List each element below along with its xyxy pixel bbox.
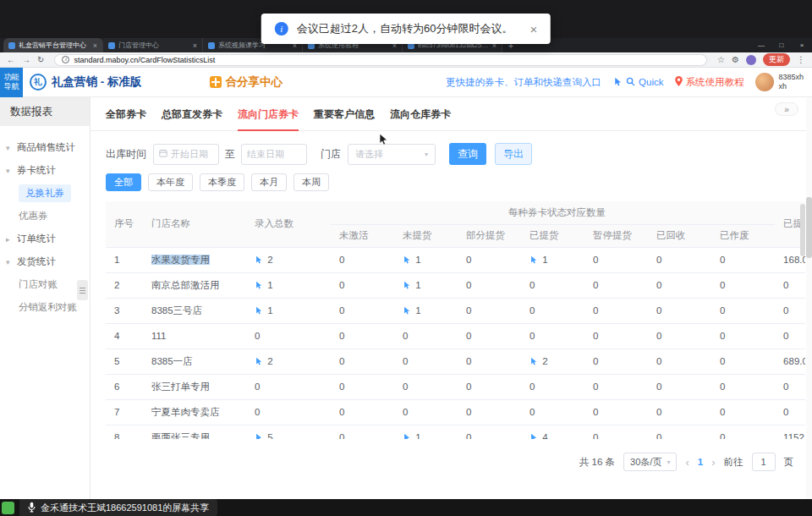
tutorial-link[interactable]: 系统使用教程 xyxy=(675,76,743,89)
end-date-input[interactable] xyxy=(241,144,307,165)
tab-close-icon[interactable]: × xyxy=(193,41,197,50)
cell-status-count: 0 xyxy=(331,247,394,272)
prev-page-button[interactable]: ‹ xyxy=(685,456,689,469)
page-size-select[interactable]: 30条/页 ▾ xyxy=(623,453,677,471)
status-column-header: 已作废 xyxy=(711,224,775,247)
sidebar: 数据报表 ▾商品销售统计▾券卡统计兑换礼券优惠券▸订单统计▾发货统计门店对账分销… xyxy=(0,97,91,499)
cell-status-count: 0 xyxy=(458,298,521,323)
cell-status-count: 0 xyxy=(584,374,648,399)
cell-status-count[interactable]: 1 xyxy=(394,425,458,439)
cell-status-count: 0 xyxy=(711,247,775,272)
sidebar-item[interactable]: ▸订单统计 xyxy=(0,228,90,250)
cell-status-count: 0 xyxy=(331,323,394,349)
cell-status-count: 0 xyxy=(394,323,458,349)
extensions-icon[interactable]: ⚙ xyxy=(732,56,739,64)
back-icon[interactable]: ← xyxy=(7,56,15,64)
content-tab[interactable]: 总部直发券卡 xyxy=(162,107,222,130)
cell-total-count[interactable]: 2 xyxy=(246,247,331,272)
cell-total-count[interactable]: 5 xyxy=(246,425,331,439)
minimize-button[interactable]: — xyxy=(751,38,771,52)
sidebar-item[interactable]: ▾券卡统计 xyxy=(0,159,90,182)
close-button[interactable]: × xyxy=(792,38,812,52)
export-button[interactable]: 导出 xyxy=(495,143,532,165)
quick-range-chip[interactable]: 本季度 xyxy=(200,173,244,191)
tutorial-label: 系统使用教程 xyxy=(685,76,743,89)
page-size-value: 30条/页 xyxy=(630,456,661,469)
cell-status-count: 0 xyxy=(648,374,711,399)
cell-store-name: 111 xyxy=(143,323,246,349)
cell-status-count: 0 xyxy=(458,323,521,349)
cell-status-count[interactable]: 4 xyxy=(521,425,584,439)
cell-status-count[interactable]: 2 xyxy=(521,349,584,374)
cell-status-count[interactable]: 1 xyxy=(394,247,458,272)
goto-page-input[interactable]: 1 xyxy=(752,453,776,471)
cell-status-count: 0 xyxy=(584,425,648,439)
cell-status-count[interactable]: 1 xyxy=(394,298,458,323)
browser-tab[interactable]: 礼盒营销平台管理中心× xyxy=(3,38,103,52)
avatar xyxy=(755,73,774,91)
page-scrollbar-thumb[interactable] xyxy=(806,197,812,258)
forward-icon[interactable]: → xyxy=(22,56,30,64)
update-button[interactable]: 更新 xyxy=(763,53,790,66)
quick-range-chip[interactable]: 本月 xyxy=(251,173,287,191)
quick-range-chip[interactable]: 本年度 xyxy=(148,173,193,191)
sidebar-item[interactable]: 分销返利对账 xyxy=(0,296,90,319)
url-field[interactable]: i standard.maboy.cn/CardFlowStatisticsLi… xyxy=(54,54,707,66)
browser-profile-avatar[interactable] xyxy=(746,55,756,65)
sidebar-item[interactable]: 优惠券 xyxy=(0,205,90,228)
menu-dots-icon[interactable]: ⋮ xyxy=(797,56,805,64)
toast-close-icon[interactable]: × xyxy=(529,22,537,36)
quick-range-chip[interactable]: 全部 xyxy=(106,173,141,191)
column-group-header: 每种券卡状态对应数量 xyxy=(331,201,775,224)
goto-label: 前往 xyxy=(724,456,743,469)
user-menu[interactable]: 8385xh xh xyxy=(755,73,804,92)
function-nav-button[interactable]: 功能 导航 xyxy=(0,68,23,97)
cell-total-count[interactable]: 1 xyxy=(246,298,331,323)
quick-search-link[interactable]: Quick xyxy=(613,77,663,88)
cell-status-count: 0 xyxy=(648,399,711,425)
search-button[interactable]: 查询 xyxy=(449,143,486,165)
quick-range-chip[interactable]: 本周 xyxy=(294,173,329,191)
sidebar-collapse-handle[interactable] xyxy=(77,280,88,300)
content-tab[interactable]: 流向门店券卡 xyxy=(238,107,299,130)
cell-status-count: 0 xyxy=(584,349,648,374)
content-tab[interactable]: 全部券卡 xyxy=(106,107,146,130)
page-scrollbar[interactable] xyxy=(806,97,812,499)
sidebar-item[interactable]: ▾商品销售统计 xyxy=(0,136,90,159)
toast-message: 会议已超过2人，自动转为60分钟限时会议。 xyxy=(297,21,513,36)
cell-status-count[interactable]: 1 xyxy=(521,247,584,272)
cell-total-count[interactable]: 1 xyxy=(246,272,331,298)
maximize-button[interactable]: □ xyxy=(771,38,792,52)
cell-status-count: 0 xyxy=(331,425,394,439)
page-number[interactable]: 1 xyxy=(698,457,703,467)
tab-close-icon[interactable]: × xyxy=(93,41,97,50)
header-right-cluster: 更快捷的券卡、订单和快递查询入口 Quick 系统使用教程 8385xh xh xyxy=(446,73,812,92)
sidebar-item-label: 券卡统计 xyxy=(17,164,56,177)
browser-tab[interactable]: 门店管理中心× xyxy=(103,38,203,52)
meeting-toast: i 会议已超过2人，自动转为60分钟限时会议。 × xyxy=(261,14,551,44)
start-date-field[interactable] xyxy=(171,149,213,159)
start-date-input[interactable] xyxy=(153,144,219,165)
gift-icon xyxy=(210,76,222,88)
reload-icon[interactable]: ↻ xyxy=(37,56,44,64)
end-date-field[interactable] xyxy=(247,149,301,159)
cell-status-count[interactable]: 1 xyxy=(394,272,458,298)
content-tab[interactable]: 流向仓库券卡 xyxy=(390,107,451,130)
promo-link[interactable]: 更快捷的券卡、订单和快递查询入口 xyxy=(446,76,601,89)
quick-label: Quick xyxy=(639,77,663,87)
bookmark-star-icon[interactable]: ☆ xyxy=(717,56,725,64)
sidebar-item[interactable]: ▾发货统计 xyxy=(0,250,90,273)
store-select[interactable]: 请选择 ▾ xyxy=(348,144,436,165)
share-center-link[interactable]: 合分享中心 xyxy=(210,74,283,90)
next-page-button[interactable]: › xyxy=(711,456,715,469)
chevron-down-icon: ▾ xyxy=(6,144,10,152)
panel-collapse-button[interactable]: » xyxy=(775,102,798,116)
cell-status-count: 0 xyxy=(458,349,521,374)
microphone-icon xyxy=(28,502,36,514)
content-tab[interactable]: 重要客户信息 xyxy=(314,107,375,130)
sidebar-item[interactable]: 兑换礼券 xyxy=(0,182,90,205)
cell-total-count[interactable]: 2 xyxy=(246,349,331,374)
store-name-text: 111 xyxy=(151,331,166,341)
site-info-icon[interactable]: i xyxy=(62,56,69,63)
table-scrollbar[interactable] xyxy=(800,204,805,256)
